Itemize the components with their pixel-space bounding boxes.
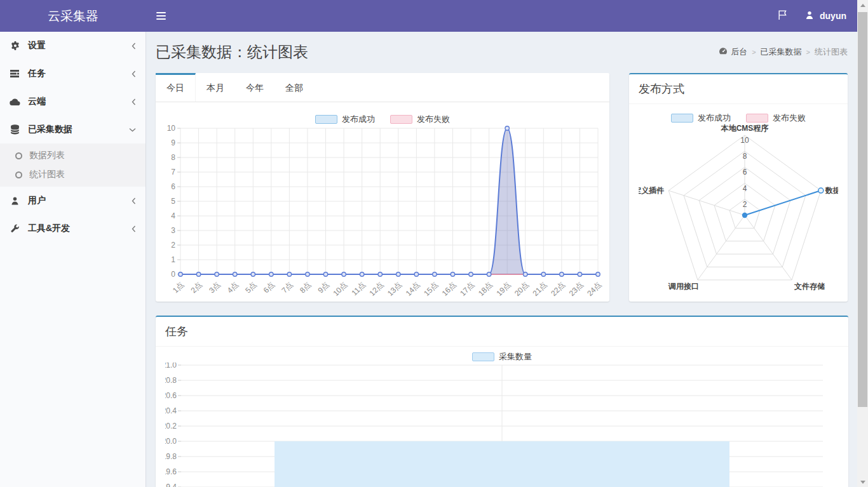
publish-method-radar-chart: 246810本地CMS程序数据库文件存储调用接口自定义插件 (639, 124, 838, 302)
main-content: 已采集数据：统计图表 后台 > 已采集数据 > 统计图表 今日 本月 (146, 32, 857, 487)
top-header: 云采集器 duyun (0, 0, 868, 32)
scrollbar-thumb[interactable] (858, 12, 867, 407)
sidebar-item-tasks[interactable]: 任务 (0, 60, 146, 88)
sidebar-subitem-label: 统计图表 (29, 169, 65, 180)
tab-this-year[interactable]: 今年 (235, 73, 275, 102)
legend-swatch (315, 115, 337, 124)
legend-collect-count[interactable]: 采集数量 (472, 351, 532, 363)
svg-text:8: 8 (743, 152, 747, 161)
svg-text:2: 2 (171, 241, 175, 250)
username-text: duyun (820, 11, 846, 21)
header-actions: duyun (777, 0, 868, 32)
svg-text:10: 10 (167, 125, 176, 133)
svg-text:9: 9 (171, 138, 175, 147)
svg-text:24点: 24点 (585, 280, 603, 298)
tab-this-month[interactable]: 本月 (196, 73, 235, 102)
svg-text:5: 5 (171, 197, 175, 206)
flag-menu-button[interactable] (777, 10, 788, 22)
svg-text:2点: 2点 (189, 280, 204, 295)
svg-text:20.8: 20.8 (165, 376, 177, 385)
legend-swatch (390, 115, 412, 124)
chevron-left-icon (132, 197, 136, 204)
svg-text:15点: 15点 (422, 280, 440, 298)
breadcrumb-home[interactable]: 后台 (719, 46, 747, 58)
app-logo[interactable]: 云采集器 (0, 0, 146, 32)
breadcrumb-collected-data[interactable]: 已采集数据 (761, 46, 802, 58)
panel-header: 任务 (156, 317, 848, 347)
gear-icon (10, 41, 20, 51)
page-title: 已采集数据：统计图表 (156, 42, 308, 62)
panel-header: 发布方式 (629, 74, 848, 104)
svg-text:3: 3 (171, 226, 175, 235)
svg-text:16点: 16点 (440, 280, 458, 298)
svg-text:19点: 19点 (494, 280, 512, 298)
content-header: 已采集数据：统计图表 后台 > 已采集数据 > 统计图表 (156, 41, 848, 63)
collected-data-submenu: 数据列表 统计图表 (0, 143, 146, 187)
legend-publish-fail[interactable]: 发布失败 (746, 112, 806, 124)
sidebar-subitem-stats-charts[interactable]: 统计图表 (0, 165, 146, 184)
tab-today[interactable]: 今日 (156, 73, 196, 102)
legend-publish-success[interactable]: 发布成功 (671, 112, 731, 124)
svg-text:19.8: 19.8 (165, 452, 177, 461)
svg-text:19.6: 19.6 (165, 467, 177, 476)
chevron-left-icon (132, 43, 136, 50)
svg-text:13点: 13点 (386, 280, 403, 298)
svg-text:20.2: 20.2 (165, 422, 177, 430)
sidebar-item-tools-dev[interactable]: 工具&开发 (0, 215, 146, 243)
legend-publish-fail[interactable]: 发布失败 (390, 114, 450, 125)
collect-stats-panel: 今日 本月 今年 全部 发布成功 发布失败 0123456789101点2点3点… (156, 73, 609, 302)
svg-text:20点: 20点 (513, 280, 531, 298)
sidebar-item-cloud[interactable]: 云端 (0, 88, 146, 116)
panel-title: 发布方式 (639, 81, 838, 97)
svg-text:4: 4 (171, 211, 175, 220)
hamburger-icon (156, 12, 166, 13)
svg-text:9点: 9点 (316, 280, 331, 295)
svg-text:21点: 21点 (531, 280, 549, 298)
breadcrumb-separator: > (806, 48, 810, 56)
svg-text:22点: 22点 (549, 280, 567, 298)
svg-text:3点: 3点 (207, 280, 222, 295)
sidebar-subitem-data-list[interactable]: 数据列表 (0, 146, 146, 165)
svg-text:10点: 10点 (331, 280, 349, 298)
svg-text:8: 8 (171, 153, 175, 162)
scrollbar-up-arrow[interactable] (857, 0, 868, 10)
svg-text:14点: 14点 (404, 280, 422, 298)
sidebar-item-users[interactable]: 用户 (0, 187, 146, 215)
svg-text:12点: 12点 (368, 280, 386, 298)
tasks-panel: 任务 采集数量 21.020.820.620.420.220.019.819.6… (156, 316, 848, 487)
circle-o-icon (15, 152, 22, 159)
breadcrumb-separator: > (752, 48, 756, 56)
sidebar-item-collected-data[interactable]: 已采集数据 (0, 116, 146, 143)
sidebar-toggle-button[interactable] (146, 0, 175, 32)
svg-text:4: 4 (743, 184, 747, 193)
svg-text:4点: 4点 (226, 280, 240, 295)
chevron-left-icon (132, 70, 136, 77)
sidebar-item-label: 工具&开发 (28, 223, 70, 234)
database-icon (10, 124, 20, 135)
radar-chart-legend: 发布成功 发布失败 (629, 112, 848, 124)
legend-swatch (746, 114, 768, 123)
cloud-icon (10, 97, 20, 107)
user-icon (10, 196, 20, 206)
legend-swatch (472, 352, 494, 361)
svg-text:20.4: 20.4 (165, 406, 177, 415)
page-scrollbar[interactable] (857, 0, 868, 487)
svg-text:6: 6 (171, 182, 175, 191)
svg-text:17点: 17点 (458, 280, 476, 298)
chevron-down-icon (129, 128, 136, 132)
svg-text:6点: 6点 (262, 280, 276, 295)
tab-all[interactable]: 全部 (275, 73, 314, 102)
svg-text:18点: 18点 (477, 280, 494, 298)
scrollbar-down-arrow[interactable] (857, 477, 868, 487)
svg-text:6: 6 (743, 168, 747, 177)
svg-text:8点: 8点 (298, 280, 313, 295)
area-chart-legend: 发布成功 发布失败 (156, 114, 609, 125)
legend-publish-success[interactable]: 发布成功 (315, 114, 375, 125)
svg-text:19.4: 19.4 (165, 483, 177, 487)
wrench-icon (10, 223, 20, 234)
svg-text:0: 0 (171, 270, 175, 279)
sidebar-item-settings[interactable]: 设置 (0, 32, 146, 60)
user-menu-button[interactable]: duyun (804, 10, 846, 22)
svg-text:自定义插件: 自定义插件 (639, 186, 664, 195)
flag-icon (777, 10, 788, 22)
